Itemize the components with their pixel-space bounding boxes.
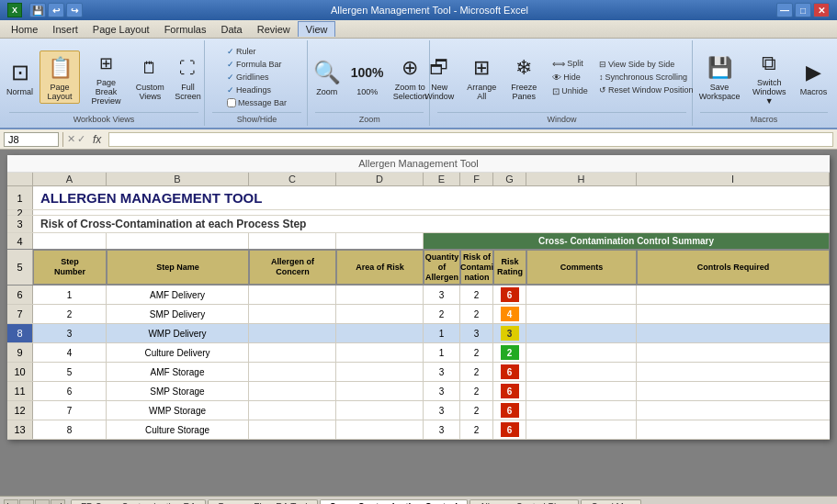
cell-reference-box[interactable]	[4, 132, 59, 147]
cell-4c	[249, 233, 336, 249]
new-window-label: NewWindow	[424, 83, 454, 101]
sync-scrolling-button[interactable]: ↕ Synchronous Scrolling	[597, 72, 704, 83]
normal-view-button[interactable]: ⊡ Normal	[2, 55, 38, 99]
row-6[interactable]: 6 1 AMF Delivery 3 2 6	[7, 286, 830, 305]
unhide-button[interactable]: ⊡ Unhide	[550, 85, 590, 97]
cell-13-comments	[526, 420, 637, 439]
row-10[interactable]: 10 5 AMF Storage 3 2 6	[7, 363, 830, 382]
menu-formulas[interactable]: Formulas	[157, 22, 214, 37]
maximize-button[interactable]: □	[795, 3, 811, 17]
custom-views-button[interactable]: 🗒 CustomViews	[132, 50, 168, 104]
menu-view[interactable]: View	[298, 21, 336, 37]
menu-home[interactable]: Home	[4, 22, 45, 37]
cell-10-risk-rating: 6	[493, 363, 526, 381]
cell-13-allergen	[249, 420, 336, 439]
formula-icons: ✕ ✓	[67, 133, 85, 145]
view-side-by-side-button[interactable]: ⊟ View Side by Side	[597, 59, 704, 70]
tab-scroll-right-last[interactable]: ▶|	[51, 499, 65, 504]
normal-label: Normal	[6, 87, 33, 96]
full-screen-button[interactable]: ⛶ FullScreen	[170, 50, 206, 104]
gridlines-label: Gridlines	[236, 73, 269, 82]
formula-bar-checkbox-row[interactable]: ✓ Formula Bar	[225, 59, 288, 70]
quick-access-undo[interactable]: ↩	[48, 3, 64, 17]
close-button[interactable]: ✕	[813, 3, 830, 17]
switch-windows-button[interactable]: ⧉ SwitchWindows ▼	[745, 46, 795, 108]
page-header-text: Allergen Management Tool	[358, 158, 479, 169]
cell-title[interactable]: ALLERGEN MANAGEMENT TOOL	[33, 186, 830, 209]
row-header-8: 8	[7, 324, 33, 342]
quick-access-save[interactable]: 💾	[29, 3, 46, 17]
macros-buttons: 💾 SaveWorkspace ⧉ SwitchWindows ▼ ▶ Macr…	[696, 42, 831, 112]
confirm-formula-icon[interactable]: ✓	[77, 133, 85, 145]
freeze-panes-button[interactable]: ❄ FreezePanes	[504, 50, 543, 104]
tab-process-flow[interactable]: Process Flow RA Tool	[208, 499, 317, 504]
cell-11-area	[336, 382, 424, 400]
cell-13-risk-rating: 6	[493, 420, 526, 439]
gridlines-checkbox-row[interactable]: ✓ Gridlines	[225, 72, 288, 83]
macros-button[interactable]: ▶ Macros	[796, 55, 831, 99]
custom-views-icon: 🗒	[135, 53, 164, 83]
message-bar-checkbox-row[interactable]: Message Bar	[225, 97, 288, 108]
menu-data[interactable]: Data	[213, 22, 249, 37]
row-9[interactable]: 9 4 Culture Delivery 1 2 2	[7, 343, 830, 363]
row-12[interactable]: 12 7 WMP Storage 3 2 6	[7, 401, 830, 420]
split-button[interactable]: ⟺ Split	[550, 58, 590, 70]
row-header-4: 4	[7, 233, 33, 249]
zoom-100-icon: 100%	[353, 58, 382, 87]
cancel-formula-icon[interactable]: ✕	[67, 133, 75, 145]
cell-10-area	[336, 363, 424, 381]
cell-6-name: AMF Delivery	[107, 286, 249, 304]
formula-input[interactable]	[108, 132, 833, 147]
row-13[interactable]: 13 8 Culture Storage 3 2 6	[7, 420, 830, 440]
cell-12-risk-cont: 2	[460, 401, 493, 420]
tab-scroll-left-first[interactable]: |◀	[4, 499, 18, 504]
cell-7-comments	[526, 305, 637, 323]
row-1: 1 ALLERGEN MANAGEMENT TOOL	[7, 186, 830, 210]
cell-12-comments	[526, 401, 637, 420]
zoom-100-button[interactable]: 100% 100%	[348, 55, 387, 99]
cross-contamination-text: Cross- Contamination Control Summary	[538, 236, 714, 246]
col-header-f: F	[460, 173, 493, 185]
row-7[interactable]: 7 2 SMP Delivery 2 2 4	[7, 305, 830, 324]
freeze-panes-icon: ❄	[509, 53, 538, 83]
col-header-a: A	[33, 173, 107, 185]
tab-cross-contamination[interactable]: Cross Contamination Control	[320, 499, 468, 504]
cell-2a	[33, 210, 830, 215]
cell-7-allergen	[249, 305, 336, 323]
row-header-6: 6	[7, 286, 33, 304]
arrange-all-button[interactable]: ⊞ ArrangeAll	[462, 50, 501, 104]
quick-access-redo[interactable]: ↪	[66, 3, 83, 17]
row-11[interactable]: 11 6 SMP Storage 3 2 6	[7, 382, 830, 401]
row-header-5: 5	[7, 250, 33, 285]
cell-11-risk-cont: 2	[460, 382, 493, 400]
minimize-button[interactable]: —	[776, 3, 793, 17]
cell-12-step: 7	[33, 401, 107, 420]
cell-subtitle[interactable]: Risk of Cross-Contamination at each Proc…	[33, 216, 830, 232]
cell-6-area	[336, 286, 424, 304]
new-window-button[interactable]: 🗗 NewWindow	[420, 50, 458, 104]
page-layout-button[interactable]: 📋 PageLayout	[40, 50, 80, 104]
sheet-container: Allergen Management Tool A B C D E F G H…	[7, 155, 830, 440]
tab-scroll-left[interactable]: ◀	[19, 499, 34, 504]
menu-page-layout[interactable]: Page Layout	[85, 22, 157, 37]
tab-scroll-right[interactable]: ▶	[35, 499, 50, 504]
page-break-button[interactable]: ⊞ Page BreakPreview	[82, 46, 130, 108]
tab-fp-cross[interactable]: FP Cross Contamination RA	[71, 499, 206, 504]
tab-good-m[interactable]: Good M...	[581, 499, 641, 504]
ruler-checkbox-row[interactable]: ✓ Ruler	[225, 46, 288, 57]
cell-8-allergen	[249, 324, 336, 342]
zoom-button[interactable]: 🔍 Zoom	[308, 55, 346, 99]
message-bar-checkbox[interactable]	[227, 98, 236, 107]
tab-allergen-control[interactable]: Allergen Control Pla...	[469, 499, 579, 504]
row-8[interactable]: 8 3 WMP Delivery 1 3 3	[7, 324, 830, 343]
cell-13-area	[336, 420, 424, 439]
menu-insert[interactable]: Insert	[45, 22, 85, 37]
cell-8-risk-rating: 3	[493, 324, 526, 342]
headings-checkbox-row[interactable]: ✓ Headings	[225, 84, 288, 95]
save-workspace-button[interactable]: 💾 SaveWorkspace	[696, 50, 743, 104]
title-bar: X 💾 ↩ ↪ Allergen Management Tool - Micro…	[0, 0, 837, 20]
reset-position-button[interactable]: ↺ Reset Window Position	[597, 84, 704, 95]
menu-review[interactable]: Review	[250, 22, 298, 37]
cell-11-risk-rating: 6	[493, 382, 526, 400]
hide-button[interactable]: 👁 Hide	[550, 72, 590, 84]
